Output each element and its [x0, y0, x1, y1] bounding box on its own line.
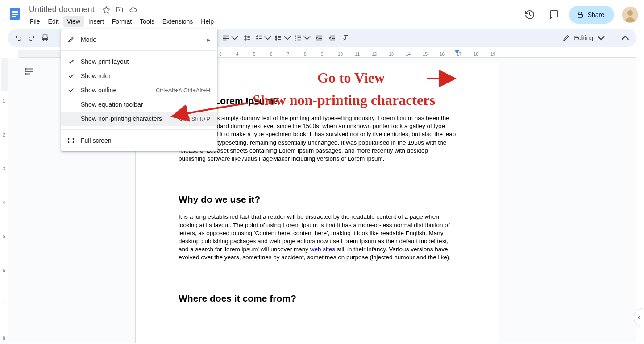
menu-help[interactable]: Help — [197, 16, 217, 27]
menu-format[interactable]: Format — [108, 16, 135, 27]
view-menu-item[interactable]: Show print layout — [61, 54, 217, 69]
editing-mode-button[interactable]: Editing — [558, 31, 610, 45]
link[interactable]: web sites — [310, 246, 335, 253]
svg-rect-1 — [12, 11, 18, 12]
view-menu-item[interactable]: Mode▸ — [61, 33, 217, 47]
clear-formatting-button[interactable] — [340, 32, 352, 44]
menu-file[interactable]: File — [26, 16, 44, 27]
svg-rect-5 — [578, 14, 582, 17]
redo-button[interactable] — [25, 32, 38, 44]
share-label: Share — [588, 11, 604, 18]
paragraph[interactable]: Lorem Ipsum is simply dummy text of the … — [179, 114, 456, 163]
view-menu-item[interactable]: Show equation toolbar — [61, 97, 217, 112]
view-menu-dropdown: Mode▸Show print layoutShow rulerShow out… — [61, 29, 217, 151]
cloud-status-icon[interactable] — [129, 5, 137, 14]
svg-rect-0 — [10, 8, 20, 20]
decrease-indent-button[interactable] — [313, 32, 325, 44]
toolbar-separator — [613, 33, 613, 43]
move-folder-icon[interactable] — [115, 5, 124, 14]
menu-edit[interactable]: Edit — [45, 16, 62, 27]
svg-point-14 — [276, 36, 277, 37]
svg-point-21 — [25, 71, 26, 72]
svg-point-22 — [25, 74, 26, 75]
chevron-down-icon — [597, 34, 606, 42]
collapse-toolbar-button[interactable] — [619, 31, 632, 45]
line-spacing-button[interactable] — [241, 32, 253, 44]
star-icon[interactable] — [102, 5, 111, 14]
svg-rect-4 — [12, 16, 16, 17]
menu-tools[interactable]: Tools — [136, 16, 158, 27]
heading[interactable]: Why do we use it? — [179, 194, 456, 205]
toolbar-separator — [54, 33, 54, 43]
menu-view[interactable]: View — [63, 16, 84, 27]
svg-point-15 — [276, 37, 277, 38]
docs-logo[interactable] — [6, 5, 24, 23]
show-outline-button[interactable] — [22, 64, 37, 79]
comments-icon[interactable] — [545, 6, 563, 24]
increase-indent-button[interactable] — [326, 32, 339, 44]
heading[interactable]: What is Lorem Ipsum? — [179, 95, 456, 106]
vertical-ruler[interactable]: 12345678 — [1, 58, 8, 343]
toolbar-separator — [218, 33, 218, 43]
svg-point-7 — [627, 10, 633, 16]
print-button[interactable] — [39, 32, 51, 44]
align-button[interactable] — [221, 32, 240, 44]
view-menu-item[interactable]: Show outlineCtrl+Alt+A Ctrl+Alt+H — [61, 83, 217, 97]
view-menu-item[interactable]: Show ruler — [61, 69, 217, 83]
document-title[interactable]: Untitled document — [26, 4, 97, 15]
history-icon[interactable] — [521, 6, 539, 24]
editing-mode-label: Editing — [574, 34, 593, 41]
numbered-list-button[interactable]: 123 — [293, 32, 312, 44]
svg-point-20 — [25, 69, 26, 70]
account-avatar[interactable] — [622, 7, 638, 23]
paragraph[interactable]: It is a long established fact that a rea… — [179, 213, 456, 261]
menu-bar: FileEditViewInsertFormatToolsExtensionsH… — [26, 16, 217, 27]
bulleted-list-button[interactable] — [274, 32, 292, 44]
svg-text:3: 3 — [295, 38, 296, 41]
menu-insert[interactable]: Insert — [85, 16, 108, 27]
undo-button[interactable] — [12, 32, 25, 44]
view-menu-item[interactable]: Show non-printing charactersCtrl+Shift+P — [61, 112, 217, 126]
checklist-button[interactable] — [254, 32, 273, 44]
svg-rect-3 — [12, 14, 18, 15]
view-menu-item[interactable]: Full screen — [61, 133, 217, 148]
svg-point-16 — [276, 39, 277, 40]
right-indent-marker[interactable] — [455, 50, 459, 54]
title-bar: Untitled document FileEditViewInsertForm… — [0, 0, 644, 29]
svg-rect-2 — [12, 12, 18, 13]
heading[interactable]: Where does it come from? — [179, 293, 456, 304]
share-button[interactable]: Share — [569, 6, 614, 24]
menu-extensions[interactable]: Extensions — [159, 16, 196, 27]
